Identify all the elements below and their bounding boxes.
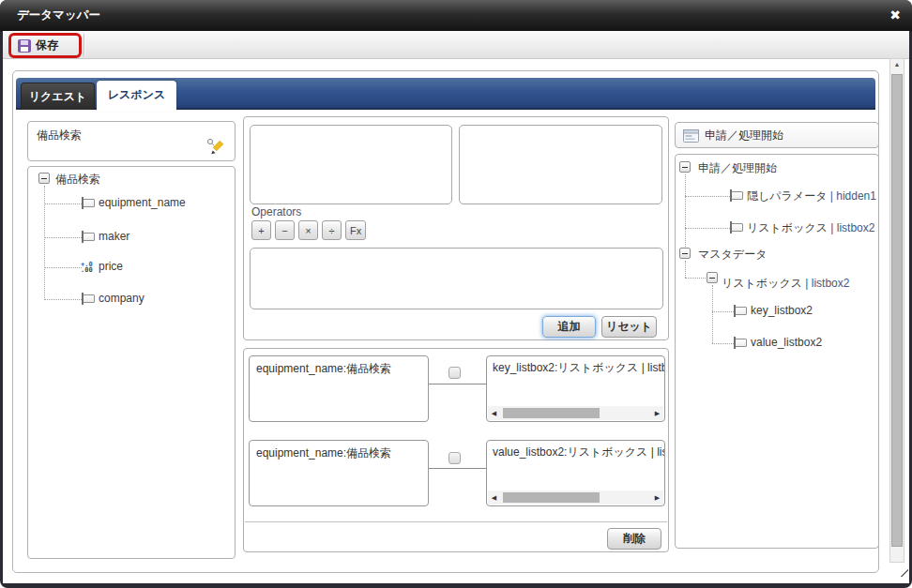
text-field-icon [735, 339, 747, 347]
divide-operator-button[interactable]: ÷ [322, 220, 342, 240]
expression-builder-panel: Operators + − × ÷ Fx 追加 リセット [243, 116, 669, 340]
text-field-icon [83, 233, 95, 241]
operator-buttons: + − × ÷ Fx [251, 220, 366, 240]
annotation-highlight: 保存 [8, 33, 82, 58]
scrollbar-track[interactable] [500, 490, 651, 505]
expander-minus-icon[interactable] [707, 272, 718, 283]
mapping-source-box[interactable]: equipment_name:備品検索 [249, 440, 429, 506]
horizontal-scrollbar: ◀ ▶ [488, 490, 663, 505]
vertical-scrollbar: ▲ [889, 58, 904, 563]
mapping-target-text: key_listbox2:リストボックス | listbox2 [493, 361, 665, 374]
scroll-left-icon[interactable]: ◀ [488, 490, 500, 505]
scrollbar-thumb[interactable] [891, 74, 903, 547]
tree-connector [712, 285, 713, 343]
tree-node-maker[interactable]: maker [99, 230, 129, 243]
operators-label: Operators [251, 205, 301, 219]
toolbar-separator [84, 34, 85, 56]
target-form-title: 申請／処理開始 [705, 123, 783, 148]
dialog-titlebar[interactable]: データマッパー ✖ [0, 0, 912, 31]
text-field-icon [735, 307, 747, 315]
mapping-panel: equipment_name:備品検索 key_listbox2:リストボックス… [243, 348, 669, 552]
scroll-right-icon[interactable]: ▶ [651, 406, 663, 420]
mapping-target-box[interactable]: value_listbox2:リストボックス | listbox2 ◀ ▶ [486, 440, 665, 506]
mapping-checkbox[interactable] [448, 452, 461, 464]
expander-minus-icon[interactable] [679, 248, 691, 259]
source-tree-panel: 備品検索 equipment_name maker +.0 .00 price [27, 166, 236, 559]
edit-pencil-icon[interactable] [206, 137, 225, 158]
tree-connector [712, 343, 734, 344]
text-field-icon [731, 191, 743, 200]
mapping-target-text: value_listbox2:リストボックス | listbox2 [493, 445, 665, 459]
reset-button[interactable]: リセット [601, 316, 657, 338]
target-tree-panel: 申請／処理開始 隠しパラメータ | hidden1 リストボックス | list… [675, 154, 879, 549]
save-label: 保存 [36, 38, 58, 53]
tree-node-listbox2-master[interactable]: リストボックス | listbox2 [722, 276, 849, 292]
dialog-body: 保存 リクエスト レスポンス 備品検索 [3, 31, 909, 583]
multiply-operator-button[interactable]: × [298, 220, 318, 240]
tree-connector [685, 174, 686, 252]
toolbar: 保存 [3, 31, 909, 59]
tree-connector [685, 261, 686, 278]
tree-node-master-data[interactable]: マスタデータ [698, 247, 767, 263]
tree-node-form-start[interactable]: 申請／処理開始 [698, 160, 777, 176]
tab-bar: リクエスト レスポンス [16, 78, 875, 110]
data-mapper-dialog: データマッパー ✖ 保存 リクエスト レスポンス [0, 0, 912, 588]
scroll-left-icon[interactable]: ◀ [488, 406, 500, 420]
tree-connector [685, 278, 706, 279]
tree-connector [712, 311, 734, 312]
form-icon [683, 129, 699, 146]
scroll-up-icon[interactable]: ▲ [890, 61, 904, 68]
tree-connector [44, 237, 82, 238]
mapping-source-box[interactable]: equipment_name:備品検索 [249, 355, 429, 422]
text-field-icon [731, 223, 743, 232]
dialog-frame: データマッパー ✖ 保存 リクエスト レスポンス [0, 0, 912, 588]
tree-node-key-listbox2[interactable]: key_listbox2 [751, 304, 813, 317]
tab-request[interactable]: リクエスト [21, 83, 95, 110]
tree-connector [685, 228, 730, 229]
expander-minus-icon[interactable] [38, 173, 50, 184]
resize-grip-icon[interactable] [895, 564, 908, 577]
expander-minus-icon[interactable] [679, 161, 691, 173]
tab-response[interactable]: レスポンス [97, 81, 176, 112]
tree-node-hidden1[interactable]: 隠しパラメータ | hidden1 [747, 188, 876, 204]
mapping-connector-line [429, 384, 486, 384]
text-field-icon [83, 199, 95, 207]
save-floppy-icon [18, 39, 31, 53]
scroll-right-icon[interactable]: ▶ [651, 490, 663, 505]
tree-connector [44, 299, 82, 300]
scrollbar-thumb[interactable] [503, 492, 600, 503]
target-form-header[interactable]: 申請／処理開始 [675, 122, 879, 148]
mapping-checkbox[interactable] [448, 367, 461, 379]
mapping-connector-line [429, 468, 486, 469]
tree-node-listbox2[interactable]: リストボックス | listbox2 [747, 220, 874, 236]
tree-connector [685, 196, 730, 197]
operand-left-dropzone[interactable] [250, 125, 452, 204]
tree-node-root[interactable]: 備品検索 [55, 172, 100, 188]
tree-connector [44, 267, 82, 268]
scrollbar-track[interactable] [500, 406, 651, 420]
text-field-icon [83, 294, 95, 303]
minus-operator-button[interactable]: − [275, 220, 295, 240]
save-button[interactable]: 保存 [11, 36, 79, 55]
function-operator-button[interactable]: Fx [345, 220, 366, 240]
tree-node-value-listbox2[interactable]: value_listbox2 [751, 336, 822, 349]
delete-button[interactable]: 削除 [607, 528, 661, 550]
tree-node-price[interactable]: price [99, 260, 123, 273]
main-panel: リクエスト レスポンス 備品検索 [12, 70, 879, 573]
source-name-field[interactable]: 備品検索 [27, 121, 236, 161]
tree-connector [44, 204, 82, 204]
tree-node-equipment-name[interactable]: equipment_name [99, 196, 186, 209]
add-button[interactable]: 追加 [542, 316, 596, 338]
mapping-target-box[interactable]: key_listbox2:リストボックス | listbox2 ◀ ▶ [486, 355, 665, 422]
dialog-title: データマッパー [17, 0, 100, 31]
operand-right-dropzone[interactable] [459, 125, 662, 204]
divider [245, 521, 667, 522]
horizontal-scrollbar: ◀ ▶ [488, 406, 663, 420]
expression-result-box[interactable] [250, 248, 663, 309]
close-button[interactable]: ✖ [889, 0, 901, 31]
tree-node-company[interactable]: company [99, 292, 144, 305]
number-field-icon: +.0 .00 [81, 262, 93, 273]
plus-operator-button[interactable]: + [251, 220, 271, 240]
source-name-text: 備品検索 [37, 128, 82, 143]
scrollbar-thumb[interactable] [503, 408, 600, 418]
